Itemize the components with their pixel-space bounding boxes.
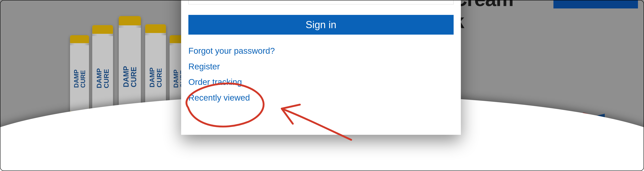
password-field[interactable] bbox=[188, 0, 454, 4]
svg-text:DAMP: DAMP bbox=[148, 68, 156, 88]
signin-button[interactable]: Sign in bbox=[188, 15, 454, 34]
svg-text:DAMP: DAMP bbox=[172, 70, 180, 88]
signin-links: Forgot your password? Register Order tra… bbox=[188, 43, 454, 106]
svg-text:DAMP: DAMP bbox=[95, 68, 103, 88]
product-tube: DAMPCURE 380ml bbox=[70, 35, 89, 122]
signin-label: Sign in bbox=[306, 19, 336, 30]
svg-text:CURE: CURE bbox=[130, 67, 138, 87]
svg-text:DAMP: DAMP bbox=[73, 70, 80, 88]
recently-viewed-link[interactable]: Recently viewed bbox=[188, 90, 454, 106]
page-stage: ing Cream Pack BUY NOW BBA APPROVAL INSP… bbox=[0, 0, 644, 171]
svg-text:CURE: CURE bbox=[80, 70, 86, 88]
signin-popover: Sign in Forgot your password? Register O… bbox=[181, 0, 461, 135]
register-link[interactable]: Register bbox=[188, 59, 454, 74]
svg-text:DAMP: DAMP bbox=[122, 66, 130, 87]
forgot-password-link[interactable]: Forgot your password? bbox=[188, 43, 454, 59]
svg-text:CURE: CURE bbox=[155, 68, 163, 88]
order-tracking-link[interactable]: Order tracking bbox=[188, 74, 454, 90]
svg-text:CURE: CURE bbox=[102, 69, 110, 88]
accent-bar bbox=[554, 0, 638, 8]
